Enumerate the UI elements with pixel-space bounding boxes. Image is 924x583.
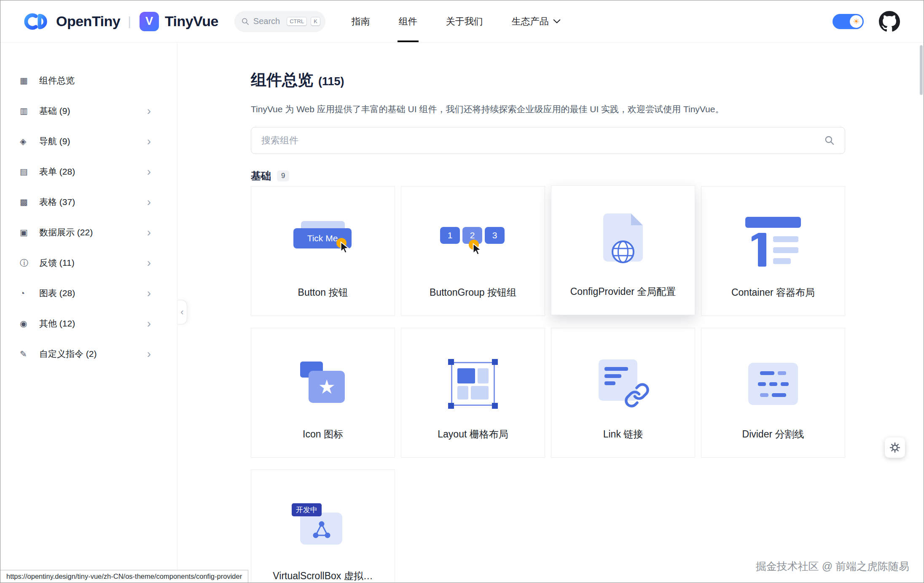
brand-divider: | [128, 14, 131, 29]
section-title: 基础 [251, 169, 271, 183]
sidebar-item-directives[interactable]: ✎ 自定义指令 (2) › [0, 339, 177, 369]
chevron-down-icon [553, 19, 561, 24]
chevron-right-icon: › [147, 287, 151, 299]
github-link[interactable] [879, 11, 900, 32]
header-search[interactable]: Search CTRL K [234, 11, 325, 32]
keycap-k: K [311, 17, 320, 26]
settings-button[interactable] [885, 437, 905, 458]
page-title-row: 组件总览 (115) [251, 70, 845, 91]
form-icon: ▤ [20, 167, 35, 177]
status-url-bar: https://opentiny.design/tiny-vue/zh-CN/o… [0, 570, 248, 583]
star-icon: ★ [318, 375, 335, 398]
card-button[interactable]: Tick Me Button 按钮 [251, 186, 395, 316]
card-container[interactable]: Container 容器布局 [701, 186, 845, 316]
component-search [251, 127, 845, 154]
page-title: 组件总览 [251, 70, 313, 91]
buttongroup-illustration: 1 2 3 [439, 223, 507, 262]
sidebar: ▦ 组件总览 ▥ 基础 (9) › ◈ 导航 (9) › ▤ 表单 (28) ›… [0, 43, 177, 583]
sidebar-item-feedback[interactable]: ⓘ 反馈 (11) › [0, 248, 177, 278]
pencil-icon: ✎ [20, 349, 35, 359]
card-label: Button 按钮 [298, 286, 348, 299]
app-window: OpenTiny | V TinyVue Search CTRL K 指南 组件… [0, 0, 924, 583]
chevron-right-icon: › [147, 196, 151, 208]
status-url-text: https://opentiny.design/tiny-vue/zh-CN/o… [6, 572, 242, 580]
tinyvue-logo-icon: V [140, 12, 159, 31]
opentiny-logo[interactable]: OpenTiny [22, 12, 120, 31]
chevron-right-icon: › [147, 166, 151, 178]
card-label: Icon 图标 [303, 427, 343, 440]
card-buttongroup[interactable]: 1 2 3 ButtonGroup 按钮组 [401, 186, 545, 316]
page-subtitle: TinyVue 为 Web 应用提供了丰富的基础 UI 组件，我们还将持续探索企… [251, 103, 845, 115]
layout-illustration [448, 359, 498, 409]
component-search-input[interactable] [251, 127, 845, 154]
sidebar-item-navigation[interactable]: ◈ 导航 (9) › [0, 126, 177, 157]
overview-grid-icon: ▦ [20, 76, 35, 86]
section-count-badge: 9 [277, 170, 289, 181]
component-grid: Tick Me Button 按钮 1 2 3 [251, 186, 845, 583]
button-illustration: Tick Me [293, 221, 352, 263]
gear-icon [889, 442, 900, 453]
tinyvue-brand-text: TinyVue [165, 13, 218, 30]
sidebar-item-chart[interactable]: ◔ 图表 (28) › [0, 278, 177, 308]
container-illustration [745, 217, 801, 267]
nav-components[interactable]: 组件 [399, 0, 417, 42]
header-actions: ☀ [833, 11, 900, 32]
chevron-left-icon: ‹ [180, 307, 183, 318]
group-button-1: 1 [440, 227, 460, 244]
tinyvue-logo[interactable]: V TinyVue [140, 12, 218, 31]
molecule-icon [311, 519, 332, 540]
chevron-right-icon: › [147, 257, 151, 269]
chevron-right-icon: › [147, 318, 151, 329]
virtualscrollbox-illustration: 开发中 [297, 503, 349, 548]
card-link[interactable]: Link 链接 [551, 328, 695, 458]
sidebar-item-others[interactable]: ◉ 其他 (12) › [0, 308, 177, 339]
sidebar-item-overview[interactable]: ▦ 组件总览 [0, 65, 177, 96]
group-button-3: 3 [485, 227, 505, 244]
card-layout[interactable]: Layout 栅格布局 [401, 328, 545, 458]
search-icon[interactable] [824, 135, 835, 146]
card-configprovider[interactable]: ConfigProvider 全局配置 [551, 185, 695, 315]
theme-toggle-knob: ☀ [850, 15, 862, 28]
keycap-ctrl: CTRL [287, 17, 307, 26]
globe-icon [611, 240, 635, 264]
tinyvue-logo-letter: V [145, 15, 153, 28]
theme-toggle[interactable]: ☀ [833, 14, 864, 29]
sun-icon: ☀ [853, 18, 860, 25]
nav-ecosystem[interactable]: 生态产品 [512, 0, 561, 42]
scrollbar-thumb[interactable] [920, 45, 923, 95]
card-icon[interactable]: ★ Icon 图标 [251, 328, 395, 458]
component-count: (115) [318, 75, 344, 88]
in-development-badge: 开发中 [292, 503, 322, 516]
card-label: Link 链接 [603, 427, 643, 440]
chevron-right-icon: › [147, 348, 151, 360]
sidebar-collapse-handle[interactable]: ‹ [177, 300, 187, 324]
card-divider[interactable]: Divider 分割线 [701, 328, 845, 458]
icon-illustration: ★ [298, 362, 348, 406]
navigation-icon: ◈ [20, 136, 35, 146]
card-label: ButtonGroup 按钮组 [430, 286, 516, 299]
sidebar-item-form[interactable]: ▤ 表单 (28) › [0, 157, 177, 187]
card-label: Container 容器布局 [731, 286, 815, 299]
others-icon: ◉ [20, 318, 35, 329]
feedback-info-icon: ⓘ [20, 257, 35, 269]
configprovider-illustration [591, 213, 655, 269]
main-content: 组件总览 (115) TinyVue 为 Web 应用提供了丰富的基础 UI 组… [177, 43, 924, 583]
github-icon [879, 11, 900, 32]
chevron-right-icon: › [147, 105, 151, 117]
watermark: 掘金技术社区 @ 前端之虎陈随易 [756, 559, 909, 573]
card-label: ConfigProvider 全局配置 [570, 285, 676, 298]
nav-ecosystem-label: 生态产品 [512, 15, 549, 28]
nav-about[interactable]: 关于我们 [446, 0, 483, 42]
nav-guide[interactable]: 指南 [352, 0, 370, 42]
header: OpenTiny | V TinyVue Search CTRL K 指南 组件… [0, 0, 924, 43]
sidebar-item-data-display[interactable]: ▣ 数据展示 (22) › [0, 217, 177, 248]
opentiny-logo-icon [22, 12, 50, 31]
sidebar-item-basic[interactable]: ▥ 基础 (9) › [0, 96, 177, 126]
sidebar-item-table[interactable]: ▩ 表格 (37) › [0, 187, 177, 217]
chain-link-icon [624, 382, 650, 408]
header-search-placeholder: Search [253, 16, 283, 26]
table-icon: ▩ [20, 197, 35, 207]
card-virtualscrollbox[interactable]: 开发中 VirtualScrollBox 虚拟… [251, 470, 395, 583]
card-label: VirtualScrollBox 虚拟… [273, 569, 373, 582]
chevron-right-icon: › [147, 135, 151, 147]
